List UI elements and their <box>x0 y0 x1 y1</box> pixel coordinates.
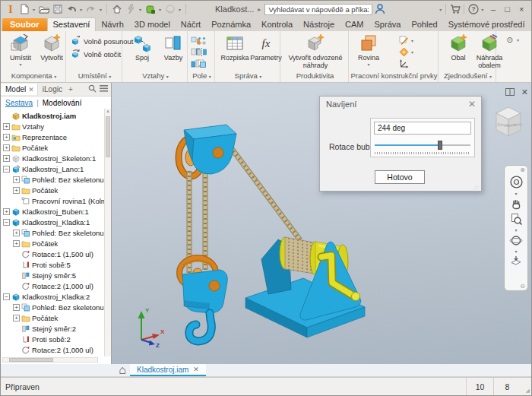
tab-ilogic[interactable]: iLogic <box>38 84 65 95</box>
plane-icon[interactable] <box>359 33 378 53</box>
tree-item-po-tek[interactable]: +Počátek <box>1 312 104 323</box>
home-icon[interactable] <box>111 3 123 15</box>
inventor-logo-icon[interactable]: I <box>5 3 17 15</box>
expand-icon[interactable]: + <box>3 208 10 215</box>
subtab-modelovani[interactable]: Modelování <box>43 99 82 107</box>
ribbon-tab-n-rt[interactable]: Náčrt <box>176 18 206 31</box>
place-icon[interactable] <box>11 33 30 53</box>
subtab-sestava[interactable]: Sestava <box>5 99 33 107</box>
ribbon-tab-spr-va[interactable]: Správa <box>369 18 407 31</box>
free-rotate-icon[interactable] <box>71 49 81 59</box>
group-label[interactable]: Komponenta ▾ <box>2 71 65 81</box>
ribbon-tab-n-vrh[interactable]: Návrh <box>96 18 128 31</box>
title-expand-icon[interactable]: ▸ <box>258 6 261 13</box>
shrinkwrap-icon[interactable] <box>448 33 468 53</box>
ribbon-options[interactable]: ⊙▾ <box>507 36 521 44</box>
tree-item-stejn-sm-r-5[interactable]: Stejný směr:5 <box>1 270 104 280</box>
button-work-point[interactable]: ▾ <box>399 47 415 57</box>
slider-handle[interactable] <box>438 141 442 150</box>
work-ucs-icon[interactable] <box>399 59 409 68</box>
button-parametry[interactable]: fxParametry <box>251 33 281 62</box>
bom-icon[interactable] <box>225 33 245 53</box>
rotation-value-input[interactable]: 244 deg <box>374 122 471 135</box>
tree-item-reprezentace[interactable]: +Reprezentace <box>1 131 104 142</box>
ribbon-tab-cam[interactable]: CAM <box>340 18 369 31</box>
undo-icon[interactable] <box>65 3 78 15</box>
tree-item-pohled-bez-skeletonu[interactable]: +Pohled: Bez skeletonu <box>1 302 104 312</box>
redo-icon[interactable] <box>85 3 97 15</box>
constrain-icon[interactable] <box>163 33 183 53</box>
zoom-icon[interactable] <box>510 213 523 226</box>
tree-item-vztahy[interactable]: +Vztahy <box>1 121 104 131</box>
done-button[interactable]: Hotovo <box>375 170 425 184</box>
pan-hand-icon[interactable] <box>510 198 523 210</box>
tree-item-kladkostroj-kladka-2[interactable]: −Kladkostroj_Kladka:2 <box>1 291 104 302</box>
expand-icon[interactable]: + <box>3 123 10 130</box>
button-obal[interactable]: Obal <box>443 33 473 62</box>
tree-item-kladkostroj-buben-1[interactable]: +Kladkostroj_Buben:1 <box>1 206 104 217</box>
tree-item-po-tek[interactable]: +Počátek <box>1 142 104 153</box>
close-button[interactable]: × <box>515 2 528 16</box>
tree-item-rotace-1-1-500-ul-[interactable]: Rotace:1 (1,500 ul) <box>1 249 104 259</box>
rotation-slider[interactable] <box>375 140 470 150</box>
button-vazby[interactable]: Vazby <box>158 33 188 62</box>
ribbon-tab-soubor[interactable]: Soubor <box>2 18 47 31</box>
save-icon[interactable] <box>52 3 64 15</box>
tree-item-stejn-sm-r-2[interactable]: Stejný směr:2 <box>1 323 104 334</box>
group-label[interactable]: Umístění ▾ <box>68 71 122 81</box>
create-icon[interactable] <box>42 33 62 53</box>
button-n-hrada-obalem[interactable]: Náhrada obalem <box>474 33 505 69</box>
split-view-icon[interactable] <box>505 85 515 99</box>
appearance-icon[interactable] <box>164 3 176 15</box>
expand-icon[interactable]: + <box>13 230 20 236</box>
button-work-ucs[interactable] <box>399 59 415 68</box>
ilogic-bolt-dropdown[interactable]: ▾ <box>138 7 143 12</box>
button-vytvo-it[interactable]: Vytvořit <box>36 33 67 62</box>
tree-item-proti-sob-2[interactable]: Proti sobě:2 <box>1 334 104 344</box>
menu-icon[interactable] <box>100 85 108 93</box>
button-um-stit[interactable]: Umístit▾ <box>5 33 36 67</box>
tree-item-proti-sob-5[interactable]: Proti sobě:5 <box>1 259 104 270</box>
free-move-icon[interactable] <box>71 36 81 46</box>
look-at-icon[interactable] <box>510 255 522 265</box>
close-icon[interactable]: ✕ <box>193 366 199 373</box>
button-vytvo-it-odvozen-n-hrady[interactable]: Vytvořit odvozené náhrady <box>285 33 346 69</box>
ribbon-collapse-icon[interactable]: ⊙ <box>507 36 513 44</box>
redo-dropdown[interactable]: ▾ <box>98 7 103 12</box>
collapse-icon[interactable]: − <box>3 293 10 300</box>
ribbon-tab-n-stroje[interactable]: Nástroje <box>298 18 340 31</box>
shrinkwrap-edit-icon[interactable] <box>480 33 499 53</box>
help-dropdown[interactable]: ▾ <box>480 7 485 12</box>
fx-icon[interactable]: fx <box>256 33 276 53</box>
add-browser-tab-button[interactable]: + <box>65 85 76 93</box>
group-label[interactable]: Produktivita <box>282 71 348 81</box>
button-voln-oto-it[interactable]: Volně otočit <box>71 49 121 59</box>
group-label[interactable]: Vztahy ▾ <box>124 71 187 81</box>
work-point-icon[interactable] <box>399 47 409 57</box>
dialog-close-icon[interactable]: ✕ <box>468 99 476 109</box>
expand-icon[interactable]: + <box>13 315 20 322</box>
mirror-icon[interactable] <box>197 47 207 57</box>
expand-icon[interactable]: + <box>13 240 20 247</box>
tree-item-po-tek[interactable]: +Počátek <box>1 185 104 195</box>
appearance-dropdown[interactable]: ▾ <box>177 7 182 12</box>
tree-item-kladkostroj-lano-1[interactable]: −Kladkostroj_Lano:1 <box>1 163 104 174</box>
navigation-wheel-icon[interactable] <box>509 175 524 189</box>
ribbon-tab-syst-mov-prost-ed-[interactable]: Systémové prostředí <box>443 18 530 31</box>
undo-dropdown[interactable]: ▾ <box>78 7 84 12</box>
new-file-dropdown[interactable]: ▾ <box>31 7 36 12</box>
ribbon-tab-3d-model[interactable]: 3D model <box>129 18 176 31</box>
tree-vertical-scrollbar[interactable]: ▲ <box>104 109 111 356</box>
tree-item-kladkostroj-kladka-1[interactable]: −Kladkostroj_Kladka:1 <box>1 217 104 227</box>
derive-icon[interactable] <box>306 33 325 53</box>
tree-item-po-tek[interactable]: +Počátek <box>1 238 104 249</box>
orbit-icon[interactable] <box>509 234 523 247</box>
expand-icon[interactable]: + <box>3 134 10 141</box>
material-icon[interactable] <box>144 3 157 15</box>
tree-item-pracovn-rovina1-kolmo-k[interactable]: Pracovní rovina1 (Kolmo k <box>1 195 104 206</box>
account-dropdown[interactable]: ▾ <box>438 7 443 12</box>
model-rope-diagonal[interactable] <box>228 144 300 240</box>
dialog-resize-grip[interactable]: .:: <box>473 185 480 190</box>
graphics-canvas[interactable]: ✕ ZLEVA ZEPŘEDU ⊗ ▾ ▾ ▾ ⊖ Navíjení ✕ <box>112 83 532 364</box>
material-dropdown[interactable]: ▾ <box>157 7 163 12</box>
